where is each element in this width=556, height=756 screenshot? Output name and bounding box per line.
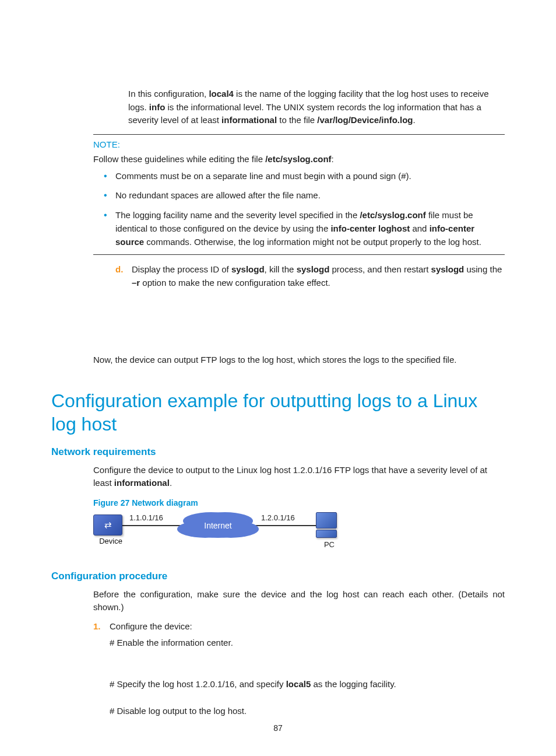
list-item: No redundant spaces are allowed after th… xyxy=(104,188,505,202)
substep: # Specify the log host 1.2.0.1/16, and s… xyxy=(110,678,505,691)
network-diagram: ⇄ Device 1.1.0.1/16 Internet 1.2.0.1/16 … xyxy=(93,511,338,555)
text: syslogd xyxy=(297,264,330,274)
substep: # Enable the information center. xyxy=(110,636,505,650)
switch-icon: ⇄ xyxy=(93,514,122,536)
text: as the logging facility. xyxy=(311,679,396,689)
text: option to make the new configuration tak… xyxy=(140,278,330,288)
text: /var/log/Device/info.log xyxy=(317,115,413,125)
text: local5 xyxy=(286,679,311,689)
note-lead: Follow these guidelines while editing th… xyxy=(93,153,505,166)
text: process, and then restart xyxy=(329,264,431,274)
page-number: 87 xyxy=(0,723,556,733)
list-item: Comments must be on a separate line and … xyxy=(104,169,505,183)
step-1: 1. Configure the device: xyxy=(93,620,505,634)
cloud-icon: Internet xyxy=(186,513,249,538)
step-marker: d. xyxy=(115,263,132,289)
text: The logging facility name and the severi… xyxy=(115,210,360,220)
text: /etc/syslog.conf xyxy=(360,210,425,220)
heading-network-requirements: Network requirements xyxy=(51,446,505,458)
note-bullet-list: Comments must be on a separate line and … xyxy=(104,169,505,249)
text: local4 xyxy=(209,89,234,99)
text: informational xyxy=(114,478,170,488)
pc-icon xyxy=(316,512,338,538)
step-text: Display the process ID of syslogd, kill … xyxy=(132,263,505,289)
text: /etc/syslog.conf xyxy=(265,154,331,164)
ip-left: 1.1.0.1/16 xyxy=(129,513,163,522)
text: syslogd xyxy=(431,264,464,274)
text: commands. Otherwise, the log information… xyxy=(144,237,481,247)
step-number: 1. xyxy=(93,620,110,634)
ip-right: 1.2.0.1/16 xyxy=(261,513,295,522)
heading-configuration-procedure: Configuration procedure xyxy=(51,570,505,582)
closing-paragraph: Now, the device can output FTP logs to t… xyxy=(93,354,505,367)
text: using the xyxy=(464,264,502,274)
step-d: d. Display the process ID of syslogd, ki… xyxy=(115,263,505,289)
note-label: NOTE: xyxy=(93,139,505,149)
confproc-lead: Before the configuration, make sure the … xyxy=(93,588,505,614)
device-label: Device xyxy=(93,537,128,545)
text: . xyxy=(413,115,416,125)
text: info xyxy=(149,102,166,112)
figure-caption: Figure 27 Network diagram xyxy=(93,498,505,508)
heading-1: Configuration example for outputting log… xyxy=(51,389,505,436)
text: –r xyxy=(132,278,140,288)
text: In this configuration, xyxy=(128,89,209,99)
text: and xyxy=(410,223,429,233)
text: Display the process ID of xyxy=(132,264,231,274)
text: , kill the xyxy=(265,264,297,274)
step-text: Configure the device: xyxy=(110,620,192,634)
text: informational xyxy=(221,115,277,125)
netreq-paragraph: Configure the device to output to the Li… xyxy=(93,464,505,490)
text: : xyxy=(332,154,334,164)
substep: # Disable log output to the log host. xyxy=(110,705,505,718)
text: Follow these guidelines while editing th… xyxy=(93,154,265,164)
text: . xyxy=(170,478,172,488)
text: to the file xyxy=(277,115,317,125)
pc-label: PC xyxy=(324,540,335,549)
list-item: The logging facility name and the severi… xyxy=(104,208,505,249)
text: info-center loghost xyxy=(330,223,410,233)
intro-paragraph: In this configuration, local4 is the nam… xyxy=(128,88,505,127)
text: syslogd xyxy=(231,264,265,274)
text: # Specify the log host 1.2.0.1/16, and s… xyxy=(110,679,286,689)
